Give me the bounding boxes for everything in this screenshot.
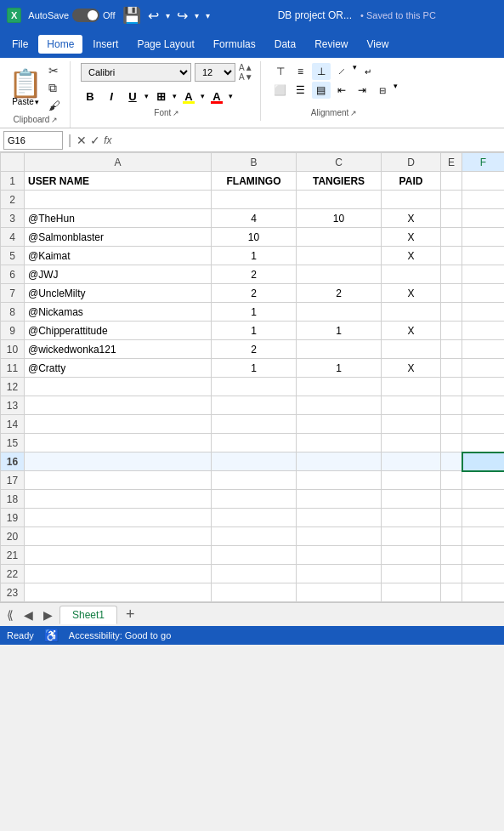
cell-d18[interactable] <box>382 490 441 509</box>
cell-c18[interactable] <box>297 490 382 509</box>
cell-b5[interactable]: 1 <box>212 247 297 265</box>
col-header-f[interactable]: F <box>462 153 505 172</box>
cell-c20[interactable] <box>297 527 382 546</box>
col-header-c[interactable]: C <box>297 153 382 172</box>
cell-c8[interactable] <box>297 303 382 322</box>
cell-d8[interactable] <box>382 303 441 322</box>
row-header-6[interactable]: 6 <box>1 265 25 284</box>
fill-dropdown[interactable]: ▾ <box>201 92 205 100</box>
menu-file[interactable]: File <box>3 35 37 54</box>
sheet-nav-left[interactable]: ◀ <box>20 606 37 623</box>
cell-d10[interactable] <box>382 340 441 359</box>
format-painter-button[interactable]: 🖌 <box>46 98 63 113</box>
cell-e4[interactable] <box>441 228 462 247</box>
alignment-expand-icon[interactable]: ↗ <box>350 109 357 117</box>
col-header-a[interactable]: A <box>25 153 212 172</box>
cell-f5[interactable] <box>462 247 505 265</box>
cell-f1[interactable] <box>462 172 505 191</box>
cell-a5[interactable]: @Kaimat <box>25 247 212 265</box>
cell-d11[interactable]: X <box>382 359 441 378</box>
cell-f12[interactable] <box>462 378 505 396</box>
col-header-b[interactable]: B <box>212 153 297 172</box>
cell-f17[interactable] <box>462 471 505 490</box>
fill-color-button[interactable]: A <box>179 87 198 105</box>
underline-dropdown[interactable]: ▾ <box>144 92 149 100</box>
cell-a16[interactable] <box>25 452 212 471</box>
cell-a10[interactable]: @wickedwonka121 <box>25 340 212 359</box>
cut-button[interactable]: ✂ <box>46 63 63 78</box>
cell-f18[interactable] <box>462 490 505 509</box>
cell-b10[interactable]: 2 <box>212 340 297 359</box>
cell-a18[interactable] <box>25 490 212 509</box>
cell-a1[interactable]: USER NAME <box>25 172 212 191</box>
cell-e13[interactable] <box>441 396 462 415</box>
cell-e15[interactable] <box>441 434 462 452</box>
cell-a12[interactable] <box>25 378 212 396</box>
cell-a14[interactable] <box>25 415 212 434</box>
align-right-button[interactable]: ▤ <box>312 82 331 99</box>
cell-e2[interactable] <box>441 191 462 209</box>
cell-a11[interactable]: @Cratty <box>25 359 212 378</box>
cell-e21[interactable] <box>441 546 462 565</box>
row-header-1[interactable]: 1 <box>1 172 25 191</box>
cell-d12[interactable] <box>382 378 441 396</box>
border-dropdown[interactable]: ▾ <box>173 92 177 100</box>
sheet-nav-left-left[interactable]: ⟪ <box>3 606 17 623</box>
cell-d23[interactable] <box>382 583 441 602</box>
row-header-19[interactable]: 19 <box>1 509 25 527</box>
align-center-button[interactable]: ☰ <box>292 82 310 99</box>
cell-a15[interactable] <box>25 434 212 452</box>
cell-c19[interactable] <box>297 509 382 527</box>
align-top-button[interactable]: ⊤ <box>271 63 290 80</box>
menu-view[interactable]: View <box>359 35 398 54</box>
row-header-23[interactable]: 23 <box>1 583 25 602</box>
cell-f21[interactable] <box>462 546 505 565</box>
menu-formulas[interactable]: Formulas <box>205 35 264 54</box>
merge-dropdown[interactable]: ▾ <box>394 82 398 99</box>
row-header-17[interactable]: 17 <box>1 471 25 490</box>
cell-f7[interactable] <box>462 284 505 303</box>
cell-b6[interactable]: 2 <box>212 265 297 284</box>
border-button[interactable]: ⊞ <box>151 87 170 105</box>
row-header-13[interactable]: 13 <box>1 396 25 415</box>
cell-b18[interactable] <box>212 490 297 509</box>
formula-input[interactable] <box>116 131 501 150</box>
text-angle-button[interactable]: ⟋ <box>332 63 351 80</box>
undo-dropdown-icon[interactable]: ▾ <box>166 11 170 20</box>
cell-b12[interactable] <box>212 378 297 396</box>
cell-f22[interactable] <box>462 565 505 583</box>
cell-f14[interactable] <box>462 415 505 434</box>
cell-d20[interactable] <box>382 527 441 546</box>
cell-a3[interactable]: @TheHun <box>25 209 212 228</box>
decrease-indent-button[interactable]: ⇤ <box>332 82 351 99</box>
cell-b1[interactable]: FLAMINGO <box>212 172 297 191</box>
row-header-20[interactable]: 20 <box>1 527 25 546</box>
menu-review[interactable]: Review <box>306 35 356 54</box>
cell-a2[interactable] <box>25 191 212 209</box>
menu-page-layout[interactable]: Page Layout <box>128 35 202 54</box>
cell-e1[interactable] <box>441 172 462 191</box>
row-header-7[interactable]: 7 <box>1 284 25 303</box>
row-header-15[interactable]: 15 <box>1 434 25 452</box>
cell-c13[interactable] <box>297 396 382 415</box>
row-header-22[interactable]: 22 <box>1 565 25 583</box>
row-header-5[interactable]: 5 <box>1 247 25 265</box>
cell-a6[interactable]: @JWJ <box>25 265 212 284</box>
clipboard-expand-icon[interactable]: ↗ <box>51 116 58 124</box>
cell-c16[interactable] <box>297 452 382 471</box>
cell-b2[interactable] <box>212 191 297 209</box>
cell-e12[interactable] <box>441 378 462 396</box>
cell-c2[interactable] <box>297 191 382 209</box>
cell-b19[interactable] <box>212 509 297 527</box>
cell-a4[interactable]: @Salmonblaster <box>25 228 212 247</box>
cell-a7[interactable]: @UncleMilty <box>25 284 212 303</box>
bold-button[interactable]: B <box>81 87 99 105</box>
cell-d15[interactable] <box>382 434 441 452</box>
cell-e9[interactable] <box>441 322 462 340</box>
cell-b13[interactable] <box>212 396 297 415</box>
cell-a20[interactable] <box>25 527 212 546</box>
cell-c7[interactable]: 2 <box>297 284 382 303</box>
cell-a17[interactable] <box>25 471 212 490</box>
cell-b20[interactable] <box>212 527 297 546</box>
cell-b14[interactable] <box>212 415 297 434</box>
